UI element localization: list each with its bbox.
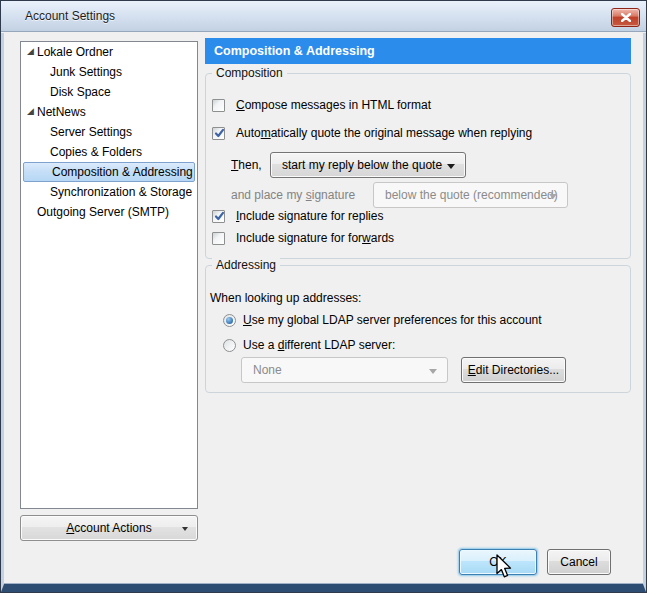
signature-replies-label: Include signature for replies [236, 209, 383, 223]
global-ldap-label: Use my global LDAP server preferences fo… [243, 313, 542, 327]
sidebar-item-server-settings[interactable]: Server Settings [22, 122, 196, 142]
checkbox-unchecked-icon [212, 99, 225, 112]
chevron-down-icon [549, 194, 557, 199]
different-ldap-radio[interactable]: Use a different LDAP server: [223, 336, 395, 354]
signature-placement-select: below the quote (recommended) [373, 182, 568, 208]
sidebar-item-composition-addressing[interactable]: Composition & Addressing [23, 162, 195, 182]
close-button[interactable] [611, 8, 640, 27]
addressing-legend: Addressing [212, 258, 280, 272]
account-settings-window: Account Settings ◢ Lokale Ordner Junk Se… [0, 0, 647, 593]
sidebar-item-lokale-ordner[interactable]: ◢ Lokale Ordner [22, 42, 196, 62]
sidebar-item-netnews[interactable]: ◢ NetNews [22, 102, 196, 122]
twisty-expanded-icon[interactable]: ◢ [27, 107, 36, 116]
twisty-expanded-icon[interactable]: ◢ [27, 47, 36, 56]
cancel-label: Cancel [560, 555, 597, 569]
radio-unselected-icon [223, 339, 236, 352]
page-title: Composition & Addressing [205, 38, 631, 64]
then-row: Then, [231, 152, 262, 178]
account-tree: ◢ Lokale Ordner Junk Settings Disk Space… [20, 41, 198, 509]
dropdown-arrow-icon [182, 527, 188, 531]
ok-label: OK [489, 555, 506, 569]
addressing-intro: When looking up addresses: [210, 290, 361, 306]
cancel-button[interactable]: Cancel [547, 549, 611, 575]
window-title: Account Settings [25, 9, 115, 23]
radio-selected-icon [223, 314, 236, 327]
compose-html-label: Compose messages in HTML format [236, 98, 431, 112]
addressing-group: Addressing When looking up addresses: Us… [205, 265, 631, 393]
compose-html-checkbox[interactable]: Compose messages in HTML format [212, 96, 431, 114]
account-actions-button[interactable]: Account Actions [20, 515, 198, 541]
signature-placement-row: and place my signature [231, 182, 355, 208]
global-ldap-radio[interactable]: Use my global LDAP server preferences fo… [223, 311, 542, 329]
checkbox-checked-icon [212, 127, 225, 140]
auto-quote-label: Automatically quote the original message… [236, 126, 532, 140]
chevron-down-icon [447, 164, 455, 169]
checkbox-unchecked-icon [212, 232, 225, 245]
different-ldap-label: Use a different LDAP server: [243, 338, 395, 352]
signature-placement-label: and place my signature [231, 188, 355, 202]
checkbox-checked-icon [212, 210, 225, 223]
ok-button[interactable]: OK [459, 549, 537, 575]
reply-placement-select[interactable]: start my reply below the quote [270, 152, 466, 178]
chevron-down-icon [429, 369, 437, 374]
signature-forwards-checkbox[interactable]: Include signature for forwards [212, 229, 394, 247]
sidebar-item-synchronization-storage[interactable]: Synchronization & Storage [22, 182, 196, 202]
sidebar-item-outgoing-server[interactable]: Outgoing Server (SMTP) [22, 202, 196, 222]
close-icon [621, 13, 631, 22]
auto-quote-checkbox[interactable]: Automatically quote the original message… [212, 124, 532, 142]
sidebar-item-junk-settings[interactable]: Junk Settings [22, 62, 196, 82]
composition-legend: Composition [212, 66, 287, 80]
account-actions-label: Account Actions [66, 521, 151, 535]
dialog-body: ◢ Lokale Ordner Junk Settings Disk Space… [1, 33, 646, 592]
signature-forwards-label: Include signature for forwards [236, 231, 394, 245]
signature-replies-checkbox[interactable]: Include signature for replies [212, 207, 383, 225]
sidebar-item-copies-folders[interactable]: Copies & Folders [22, 142, 196, 162]
then-label: Then, [231, 158, 262, 172]
edit-directories-label: Edit Directories... [468, 363, 559, 377]
titlebar[interactable]: Account Settings [1, 1, 646, 32]
ldap-server-select: None [241, 357, 448, 383]
edit-directories-button[interactable]: Edit Directories... [461, 357, 566, 383]
sidebar-item-disk-space[interactable]: Disk Space [22, 82, 196, 102]
composition-group: Composition Compose messages in HTML for… [205, 73, 631, 259]
